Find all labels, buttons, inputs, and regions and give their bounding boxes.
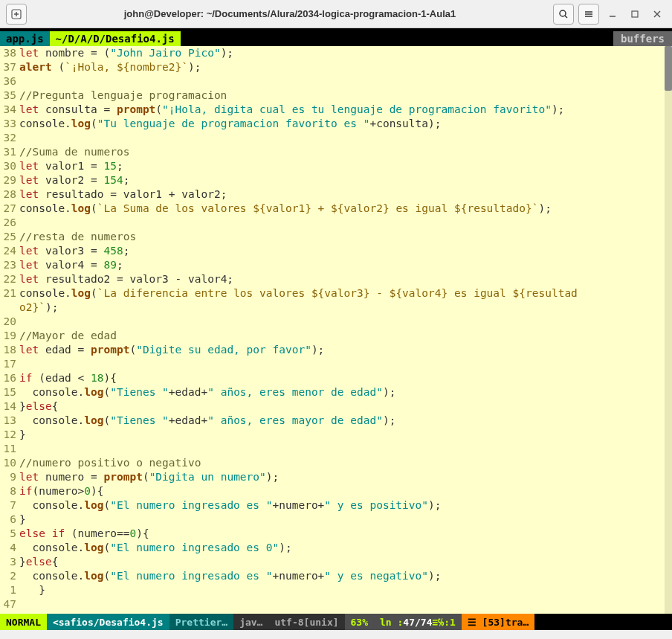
minimize-button[interactable] [604, 5, 621, 23]
tab-app-js[interactable]: app.js [0, 31, 50, 46]
prettier-status: Prettier… [169, 614, 233, 630]
svg-point-3 [560, 10, 566, 16]
scrollbar-thumb[interactable] [665, 46, 672, 91]
window-title: john@Developer: ~/Documents/Alura/2034-l… [27, 8, 553, 19]
editor-pane[interactable]: 383736353433323130292827262524232221 201… [0, 46, 672, 614]
search-button[interactable] [553, 4, 574, 25]
cursor-position: ln :47/74≡℅:1 [374, 614, 462, 630]
file-path: <safios/Desafio4.js [47, 614, 169, 630]
svg-line-4 [565, 16, 567, 18]
statusbar: NORMAL <safios/Desafio4.js Prettier… jav… [0, 614, 672, 630]
buffer-tabbar: app.js ~/D/A/D/Desafio4.js buffers [0, 31, 672, 46]
tab-desafio4-js[interactable]: ~/D/A/D/Desafio4.js [50, 31, 181, 46]
titlebar: john@Developer: ~/Documents/Alura/2034-l… [0, 0, 672, 28]
maximize-button[interactable] [626, 5, 644, 23]
line-number-gutter: 383736353433323130292827262524232221 201… [0, 46, 19, 614]
code-area[interactable]: let nombre = ("John Jairo Pico");alert (… [19, 46, 665, 614]
scrollbar[interactable] [665, 46, 672, 614]
filetype: jav… [233, 614, 268, 630]
bottom-spacer [0, 630, 672, 639]
encoding: utf-8[unix] [268, 614, 344, 630]
mode-indicator: NORMAL [0, 614, 47, 630]
close-button[interactable] [648, 5, 666, 23]
new-tab-button[interactable] [6, 4, 27, 25]
scroll-percent: 63% [345, 614, 374, 630]
menu-button[interactable] [578, 4, 599, 25]
svg-rect-9 [632, 11, 638, 17]
buffers-label[interactable]: buffers [613, 31, 672, 46]
trailing-indicator: ☰ [53]tra… [462, 614, 534, 630]
